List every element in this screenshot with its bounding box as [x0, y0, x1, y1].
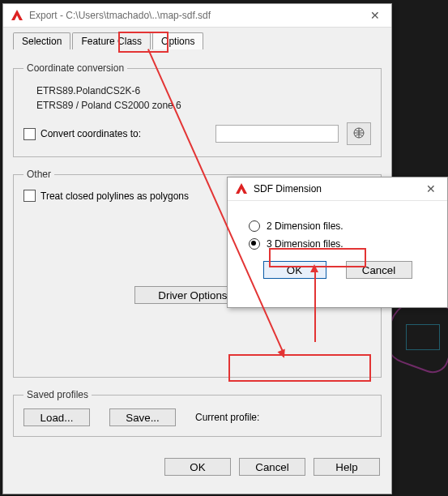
dialog-titlebar[interactable]: SDF Dimension ✕ [228, 177, 447, 201]
help-button[interactable]: Help [314, 458, 380, 476]
dialog-title: SDF Dimension [254, 183, 415, 195]
globe-icon [352, 126, 365, 142]
tab-feature-class[interactable]: Feature Class [72, 32, 151, 49]
coordinate-conversion-group: Coordinate conversion ETRS89.PolandCS2K-… [13, 62, 382, 157]
other-legend: Other [23, 169, 54, 180]
coord-value-2: ETRS89 / Poland CS2000 zone 6 [36, 100, 371, 111]
tabstrip: Selection Feature Class Options [3, 28, 391, 49]
option-3d-label: 3 Dimension files. [267, 238, 343, 250]
app-icon [10, 8, 24, 23]
cancel-button[interactable]: Cancel [239, 458, 305, 476]
convert-label: Convert coordinates to: [41, 128, 141, 139]
window-title: Export - C:\Users\tmachado\..\map-sdf.sd… [29, 10, 359, 21]
tab-selection[interactable]: Selection [13, 32, 70, 49]
footer: OK Cancel Help [3, 448, 391, 476]
app-icon [234, 182, 249, 196]
convert-checkbox[interactable] [23, 128, 36, 140]
coord-legend: Coordinate conversion [23, 62, 127, 74]
current-profile-label: Current profile: [195, 412, 259, 423]
saved-profiles-group: Saved profiles Load... Save... Current p… [13, 389, 382, 437]
option-2d-label: 2 Dimension files. [267, 220, 343, 232]
dialog-ok-button[interactable]: OK [263, 261, 326, 279]
sdf-dimension-dialog: SDF Dimension ✕ 2 Dimension files. 3 Dim… [227, 177, 448, 308]
dialog-cancel-button[interactable]: Cancel [346, 261, 412, 279]
coord-value-1: ETRS89.PolandCS2K-6 [36, 85, 371, 96]
titlebar[interactable]: Export - C:\Users\tmachado\..\map-sdf.sd… [3, 4, 391, 28]
browse-crs-button[interactable] [347, 122, 371, 145]
close-icon[interactable]: ✕ [359, 9, 391, 22]
radio-2d[interactable] [249, 220, 260, 232]
close-icon[interactable]: ✕ [415, 182, 447, 195]
treat-polylines-checkbox[interactable] [23, 190, 36, 202]
option-3d-row[interactable]: 3 Dimension files. [249, 238, 426, 250]
profiles-legend: Saved profiles [23, 389, 92, 400]
treat-polylines-label: Treat closed polylines as polygons [41, 190, 189, 202]
option-2d-row[interactable]: 2 Dimension files. [249, 220, 426, 232]
ok-button[interactable]: OK [164, 458, 231, 476]
convert-target-field[interactable] [215, 125, 339, 143]
load-button[interactable]: Load... [23, 408, 90, 426]
tab-options[interactable]: Options [152, 32, 203, 49]
save-button[interactable]: Save... [109, 408, 176, 426]
radio-3d[interactable] [249, 238, 260, 250]
